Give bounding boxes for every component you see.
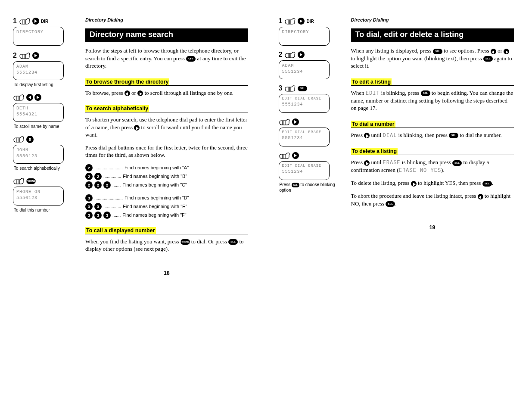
key-2-icon: 2 [85,173,93,180]
dots: ........................ [94,195,123,200]
right-arrow-icon [137,90,143,96]
lcd-line: EDIT DIAL ERASE [282,130,326,135]
breadcrumb: Directory Dialing [351,17,514,22]
step-caption: To search alphabetically [14,165,78,171]
step-caption: To scroll name by name [14,124,78,129]
left-margin-steps: 1 DIR DIRECTORY 2 ADAM 5551234 To displa… [13,17,78,276]
key-3-icon: 3 [85,212,93,219]
subheading-edit: To edit a listing [351,78,392,86]
step-number: 2 [13,52,17,59]
lcd-line: 5550123 [16,153,60,159]
key-2-icon: 2 [85,164,93,171]
right-arrow-icon [292,118,299,125]
off-button-icon: OFF [186,56,196,62]
hand-icon [279,152,291,159]
call-paragraph: When you find the listing you want, pres… [85,238,248,253]
lcd-line: 5551234 [16,70,60,76]
lcd-line: BETH [16,106,60,112]
right-arrow-icon [32,52,39,59]
text: Press [351,159,364,165]
text: until [370,132,383,138]
step-number: 1 [279,17,283,25]
search-paragraph-b: Press dial pad buttons once for the firs… [85,144,248,159]
dots: ....... [112,182,121,187]
text: to highlight YES, then press [417,180,482,186]
lcd-screen: EDIT DIAL ERASE 5551234 [279,161,330,180]
key-3-icon: 3 [103,212,111,219]
page-title: Directory name search [85,28,248,42]
key-2-icon: 2 [85,181,93,189]
key-3-icon: 3 [94,203,102,210]
right-arrow-icon [34,94,41,101]
text: to scroll through all listings one by on… [143,90,233,96]
key-3-icon: 3 [85,203,93,210]
lcd-inline: ERASE NO YES [399,168,441,174]
text: . [492,180,493,186]
right-arrow-icon [32,18,39,25]
text: to see options. Press [442,47,491,54]
lcd-line: 5551234 [282,169,326,175]
step-number: 1 [13,17,17,25]
hand-icon [284,51,296,59]
right-arrow-icon [292,152,299,159]
lcd-screen: JOHN 5550123 [13,145,64,164]
delete-paragraph-3: To abort the procedure and leave the lis… [351,192,514,207]
page-title: To dial, edit or delete a listing [351,28,514,42]
text: When [351,90,366,96]
text: until [370,159,383,165]
phone-button-icon: PHONE [26,178,36,184]
edit-paragraph: When EDIT is blinking, press SEL to begi… [351,89,514,112]
dir-label: DIR [41,19,48,24]
subheading-call: To call a displayed number [85,227,156,234]
sel-button-icon: SEL [482,181,492,187]
key-text: Find names beginning with "E" [123,204,187,209]
left-arrow-icon [124,90,130,96]
lcd-line: PHONE ON [16,189,60,195]
text: To browse, press [85,90,124,96]
lcd-line: ADAM [16,64,60,70]
key-example-row: 22...............Find names beginning wi… [85,173,248,180]
key-3-icon: 3 [85,194,93,202]
dots: ............... [103,174,121,179]
hand-icon [19,17,31,25]
sel-button-icon: SEL [421,90,430,96]
page-number: 18 [85,270,248,276]
breadcrumb: Directory Dialing [85,17,248,22]
hand-icon [19,52,31,59]
lcd-inline: ERASE [383,160,401,166]
text: Press [351,132,364,138]
lcd-screen: BETH 5554321 [13,103,64,122]
lcd-screen: EDIT DIAL ERASE 5551234 [279,94,330,113]
text: to highlight the option you want (blinki… [351,55,483,62]
delete-paragraph-1: Press until ERASE is blinking, then pres… [351,159,514,174]
sel-button-icon: SEL [298,86,307,91]
dots: ........................ [94,165,123,170]
key-5-icon: 5 [26,136,34,143]
hand-icon [13,177,25,185]
sel-button-icon: SEL [228,239,238,245]
lcd-screen: ADAM 5551234 [13,61,64,80]
lcd-screen: DIRECTORY [279,27,330,46]
intro-paragraph: Follow the steps at left to browse throu… [85,47,248,70]
key-text: Find names beginning with "C" [122,182,187,187]
right-arrow-icon [364,160,370,166]
text: When any listing is displayed, press [351,47,433,54]
lcd-screen: ADAM 5551234 [279,60,330,79]
sel-button-icon: SEL [449,133,458,138]
hand-icon [284,84,296,92]
page-number: 19 [351,224,514,230]
key-2-icon: 2 [103,181,111,189]
key-text: Find names beginning with "F" [122,212,186,218]
text: To delete the listing, press [351,180,411,186]
left-arrow-icon [478,194,483,199]
lcd-screen: PHONE ON 5550123 [13,187,64,206]
text: or [130,90,137,96]
step-number: 2 [279,51,283,59]
step-number: 3 [279,84,283,92]
lcd-screen: EDIT DIAL ERASE 5551234 [279,128,330,146]
sel-button-icon: SEL [292,183,299,187]
lcd-inline: EDIT [366,90,380,97]
dial-paragraph: Press until DIAL is blinking, then press… [351,131,514,139]
right-arrow-icon [364,133,370,138]
key-example-row: 33...............Find names beginning wi… [85,203,248,210]
